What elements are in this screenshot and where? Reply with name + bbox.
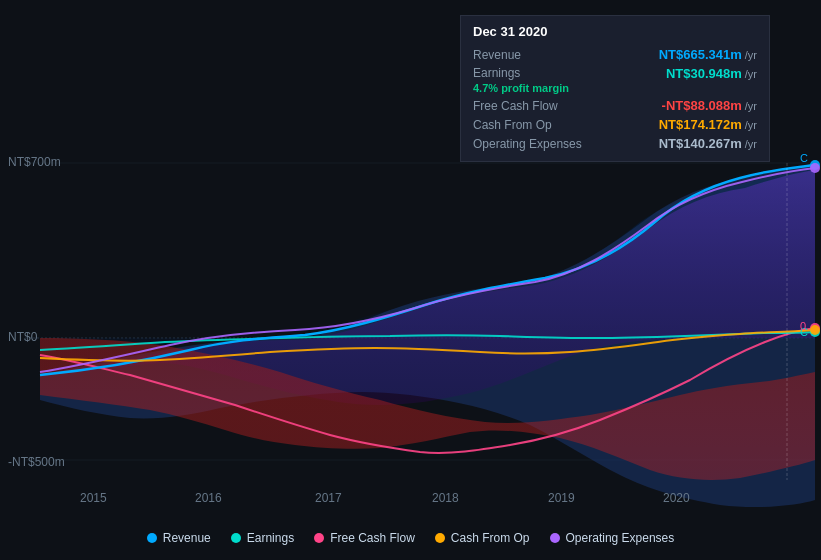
x-label-2019: 2019 — [548, 491, 575, 505]
legend-item-earnings[interactable]: Earnings — [231, 531, 294, 545]
legend-dot-earnings — [231, 533, 241, 543]
legend-item-cashop[interactable]: Cash From Op — [435, 531, 530, 545]
tooltip: Dec 31 2020 Revenue NT$665.341m/yr Earni… — [460, 15, 770, 162]
x-label-2015: 2015 — [80, 491, 107, 505]
x-label-2020: 2020 — [663, 491, 690, 505]
legend-dot-cashop — [435, 533, 445, 543]
svg-point-9 — [810, 163, 820, 173]
legend-dot-fcf — [314, 533, 324, 543]
y-label-0: NT$0 — [8, 330, 37, 344]
y-label-700: NT$700m — [8, 155, 61, 169]
x-label-2016: 2016 — [195, 491, 222, 505]
svg-text:0: 0 — [800, 320, 806, 332]
legend-label-earnings: Earnings — [247, 531, 294, 545]
tooltip-value-earnings: NT$30.948m/yr — [666, 66, 757, 81]
tooltip-row-opex: Operating Expenses NT$140.267m/yr — [473, 134, 757, 153]
tooltip-label-fcf: Free Cash Flow — [473, 99, 603, 113]
tooltip-label-opex: Operating Expenses — [473, 137, 603, 151]
tooltip-row-cashop: Cash From Op NT$174.172m/yr — [473, 115, 757, 134]
tooltip-value-revenue: NT$665.341m/yr — [659, 47, 757, 62]
legend-label-fcf: Free Cash Flow — [330, 531, 415, 545]
legend-item-opex[interactable]: Operating Expenses — [550, 531, 675, 545]
tooltip-date: Dec 31 2020 — [473, 24, 757, 39]
tooltip-value-fcf: -NT$88.088m/yr — [662, 98, 757, 113]
legend-item-fcf[interactable]: Free Cash Flow — [314, 531, 415, 545]
legend-label-opex: Operating Expenses — [566, 531, 675, 545]
tooltip-label-earnings: Earnings — [473, 66, 603, 81]
tooltip-label-revenue: Revenue — [473, 48, 603, 62]
tooltip-row-earnings: Earnings NT$30.948m/yr 4.7% profit margi… — [473, 64, 757, 96]
legend-dot-revenue — [147, 533, 157, 543]
x-label-2017: 2017 — [315, 491, 342, 505]
tooltip-row-revenue: Revenue NT$665.341m/yr — [473, 45, 757, 64]
x-label-2018: 2018 — [432, 491, 459, 505]
tooltip-label-cashop: Cash From Op — [473, 118, 603, 132]
y-label-neg500: -NT$500m — [8, 455, 65, 469]
tooltip-sub-margin: 4.7% profit margin — [473, 82, 569, 94]
legend-dot-opex — [550, 533, 560, 543]
tooltip-value-cashop: NT$174.172m/yr — [659, 117, 757, 132]
chart-legend: Revenue Earnings Free Cash Flow Cash Fro… — [0, 531, 821, 545]
legend-label-cashop: Cash From Op — [451, 531, 530, 545]
chart-container: C C 0 NT$700m NT$0 -NT$500m 2015 2016 20… — [0, 0, 821, 560]
tooltip-row-fcf: Free Cash Flow -NT$88.088m/yr — [473, 96, 757, 115]
legend-label-revenue: Revenue — [163, 531, 211, 545]
legend-item-revenue[interactable]: Revenue — [147, 531, 211, 545]
svg-point-8 — [810, 325, 820, 335]
tooltip-value-opex: NT$140.267m/yr — [659, 136, 757, 151]
svg-text:C: C — [800, 152, 808, 164]
